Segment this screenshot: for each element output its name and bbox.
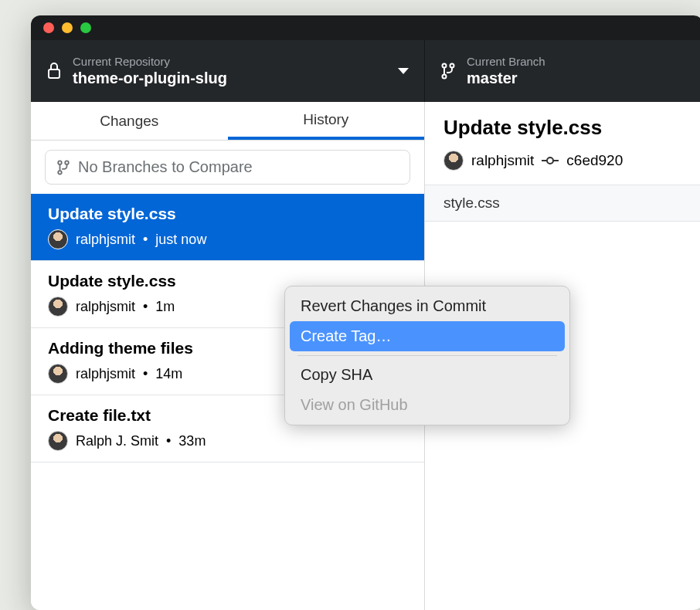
menu-copy-sha[interactable]: Copy SHA [290,360,565,390]
tab-changes[interactable]: Changes [31,102,228,140]
branch-icon [440,63,456,79]
commit-title: Update style.css [48,205,407,223]
tab-history[interactable]: History [228,102,425,140]
commit-time: 1m [155,299,175,315]
branch-label: Current Branch [467,55,688,68]
commit-icon [542,155,559,166]
details-author: ralphjsmit [471,152,534,169]
commit-sha: c6ed920 [566,152,623,169]
details-title: Update style.css [443,116,685,140]
commit-author: ralphjsmit [76,366,135,382]
svg-point-6 [58,171,62,175]
repository-label: Current Repository [73,55,387,68]
menu-revert-changes[interactable]: Revert Changes in Commit [290,291,565,321]
svg-point-4 [58,161,62,164]
compare-branches-dropdown[interactable]: No Branches to Compare [45,150,410,185]
avatar [443,151,464,171]
minimize-window-button[interactable] [62,22,73,33]
svg-point-5 [65,161,69,164]
commit-time: 33m [178,433,206,449]
svg-point-3 [443,75,447,79]
branch-icon [56,159,70,176]
avatar [48,364,68,384]
close-window-button[interactable] [43,22,54,33]
compare-text: No Branches to Compare [78,158,253,176]
repository-selector[interactable]: Current Repository theme-or-plugin-slug [31,40,425,102]
svg-point-1 [443,64,447,68]
commit-author: ralphjsmit [76,232,135,248]
menu-view-on-github: View on GitHub [290,390,565,420]
commit-author: ralphjsmit [76,299,135,315]
repository-name: theme-or-plugin-slug [73,69,387,87]
menu-create-tag[interactable]: Create Tag… [290,321,565,351]
lock-icon [46,63,62,79]
commit-time: just now [155,232,206,248]
avatar [48,431,68,451]
branch-name: master [467,69,688,87]
app-window: Current Repository theme-or-plugin-slug … [31,15,700,610]
commit-item[interactable]: Update style.css ralphjsmit • just now [31,194,424,261]
svg-rect-0 [49,69,59,78]
commit-time: 14m [155,366,182,382]
svg-point-7 [547,158,553,164]
changed-file[interactable]: style.css [425,185,700,222]
titlebar [31,15,700,40]
tabs: Changes History [31,102,424,141]
maximize-window-button[interactable] [80,22,91,33]
avatar [48,297,68,317]
menu-divider [297,355,557,356]
chevron-down-icon [398,68,409,74]
file-name: style.css [443,195,500,211]
context-menu: Revert Changes in Commit Create Tag… Cop… [284,286,570,425]
svg-point-2 [450,64,454,68]
header: Current Repository theme-or-plugin-slug … [31,40,700,102]
avatar [48,229,68,249]
commit-author: Ralph J. Smit [76,433,158,449]
branch-selector[interactable]: Current Branch master [425,40,700,102]
